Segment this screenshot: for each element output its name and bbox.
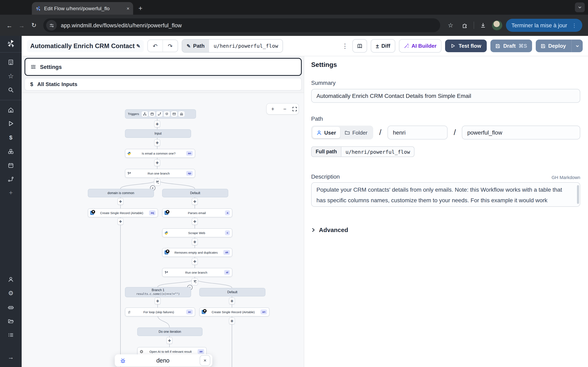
insert-step-button[interactable]: ✚ [166,337,173,344]
settings-panel-heading: Settings [311,61,580,68]
extensions-icon[interactable] [459,20,470,31]
insert-step-button[interactable]: ✚ [117,198,123,205]
deploy-button[interactable]: Deploy [536,40,583,52]
chrome-update-button[interactable]: Terminer la mise à jour ⋮ [506,19,582,32]
undo-button[interactable]: ↶ [148,40,163,52]
folder-toggle-option[interactable]: Folder [340,129,372,136]
websocket-trigger-icon[interactable] [164,111,170,117]
step-node-create-single-record[interactable]: TS Create Single Record (Airtable) aq [88,208,158,217]
zoom-in-button[interactable]: ＋ [268,105,277,113]
docs-button[interactable] [353,39,367,53]
browser-menu-kebab-icon[interactable]: ⋮ [572,22,577,28]
settings-card[interactable]: Settings [25,58,302,76]
insert-step-button[interactable]: ✚ [192,258,198,265]
textarea-scrollbar[interactable] [577,185,579,204]
do-one-iteration-node[interactable]: Do one iteration [137,327,203,336]
webhook-trigger-icon[interactable] [141,111,148,117]
path-name-input[interactable] [462,125,580,140]
add-branch-button[interactable] [191,278,198,285]
fit-view-button[interactable] [292,107,297,111]
step-node-removes-empty[interactable]: TS Removes empty and duplicates ak [162,248,232,257]
step-node-run-one-branch-2[interactable]: Run one branch al [162,268,232,277]
path-chip[interactable]: ✎ Path u/henri/powerful_flow [182,39,283,53]
more-options-kebab-icon[interactable]: ⋮ [341,42,349,50]
browser-tab[interactable]: Edit Flow u/henri/powerful_flo × [32,2,133,15]
input-node[interactable]: Input [125,129,191,138]
site-settings-icon[interactable] [46,20,57,31]
sidebar-item-resources[interactable] [5,145,17,157]
windmill-logo[interactable] [6,39,15,48]
sidebar-item-settings[interactable]: ⚙ [5,287,17,299]
zoom-out-button[interactable]: − [280,106,289,112]
sidebar-item-routes[interactable] [5,173,17,185]
sidebar-item-add[interactable]: + [5,187,17,199]
sidebar-item-audit-logs[interactable] [5,329,17,341]
insert-step-button[interactable]: ✚ [229,317,235,324]
insert-step-button[interactable]: ✚ [117,218,123,225]
sidebar-item-runs[interactable] [5,117,17,130]
back-icon[interactable]: ← [4,20,15,31]
forward-icon[interactable]: → [16,20,27,31]
insert-step-button[interactable]: ✚ [192,238,198,245]
sidebar-item-variables[interactable]: $ [5,131,17,143]
url-bar[interactable]: app.windmill.dev/flows/edit/u/henri/powe… [43,18,440,32]
close-icon[interactable]: × [200,355,210,366]
description-textarea[interactable]: Populate your CRM contacts' details from… [311,182,580,207]
user-toggle-option[interactable]: User [312,127,340,138]
sidebar-item-search[interactable] [5,83,17,96]
email-trigger-icon[interactable] [171,111,177,117]
download-icon[interactable] [478,20,489,31]
sidebar-item-schedules[interactable] [5,159,17,171]
ai-builder-button[interactable]: AI Builder [399,39,441,53]
insert-step-button[interactable]: ✚ [192,198,198,205]
step-node-scrape-web[interactable]: Scrape Web c [162,228,232,237]
triggers-node[interactable]: Triggers [125,109,196,119]
insert-step-button[interactable]: ✚ [192,218,198,225]
bookmark-star-icon[interactable]: ☆ [445,20,456,31]
route-trigger-icon[interactable] [156,111,162,117]
poll-trigger-icon[interactable] [178,111,184,117]
windmill-favicon [35,6,41,11]
path-separator: / [379,128,381,137]
insert-step-button[interactable]: ✚ [154,120,160,127]
sidebar-item-folders[interactable] [5,315,17,327]
flow-graph-canvas[interactable]: ＋ − Triggers [22,92,304,367]
redo-button[interactable]: ↷ [163,40,178,52]
schedule-trigger-icon[interactable] [149,111,155,117]
profile-avatar[interactable] [492,20,502,30]
triggers-label: Triggers [128,112,139,116]
sidebar-item-workspace[interactable] [5,56,17,68]
sidebar-item-user[interactable] [5,273,17,285]
branch-header-branch-1[interactable]: Branch 1 results.c.some((x)=>x!="") [125,287,191,297]
branch-header-domain-is-common[interactable]: domain is common [88,189,154,197]
sidebar-expand-arrow-icon[interactable]: → [5,351,17,363]
new-tab-button[interactable]: + [138,5,143,12]
sidebar-item-workers[interactable] [5,301,17,313]
tab-search-chevron-icon[interactable] [575,2,585,12]
advanced-section-toggle[interactable]: Advanced [311,226,580,233]
sidebar-item-home[interactable] [5,104,17,116]
tab-close-icon[interactable]: × [127,6,130,11]
sidebar-item-favorites[interactable]: ☆ [5,70,17,82]
all-static-inputs-card[interactable]: $ All Static Inputs [25,78,302,91]
branch-header-default-2[interactable]: Default [199,288,265,296]
insert-step-button[interactable]: ✚ [229,298,235,304]
step-node-parses-email[interactable]: TS Parses email a [162,208,232,217]
draft-button[interactable]: Draft ⌘S [491,40,532,52]
loop-icon [127,310,131,314]
step-node-for-loop[interactable]: For loop (skip failures) ac [125,308,195,317]
add-branch-button[interactable] [154,179,160,186]
step-node-run-one-branch[interactable]: Run one branch ap [125,169,195,178]
step-node-is-email[interactable]: Is email a common one? ao [125,149,195,158]
insert-step-button[interactable]: ✚ [155,298,161,304]
branch-header-default[interactable]: Default [162,189,228,197]
insert-step-button[interactable]: ✚ [154,159,160,166]
reload-icon[interactable]: ↻ [29,20,39,31]
diff-button[interactable]: ± Diff [371,39,395,53]
flow-title[interactable]: Automatically Enrich CRM Contact ✎ [27,40,144,52]
test-flow-button[interactable]: Test flow [445,40,487,52]
insert-step-button[interactable]: ✚ [154,139,160,146]
path-owner-input[interactable] [388,125,448,140]
step-node-create-single-record-2[interactable]: TS Create Single Record (Airtable) an [199,308,269,317]
summary-input[interactable] [311,89,580,103]
